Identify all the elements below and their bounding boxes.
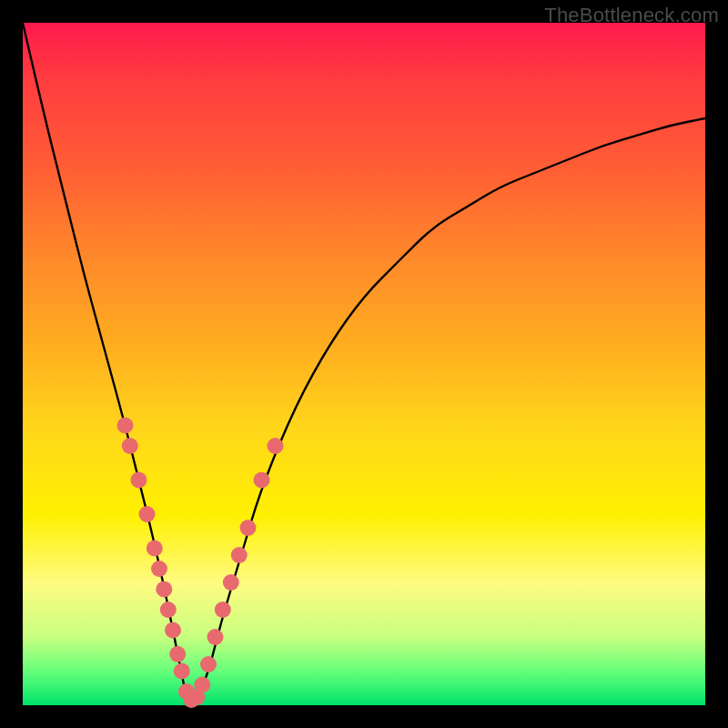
watermark-text: TheBottleneck.com	[544, 4, 719, 27]
curve-dot	[151, 561, 167, 577]
curve-dot	[122, 438, 138, 454]
curve-dot	[174, 663, 190, 680]
bottleneck-svg	[23, 23, 705, 705]
curve-dot	[117, 418, 134, 434]
curve-dot	[160, 602, 177, 618]
curve-dot	[231, 547, 248, 563]
curve-dot	[240, 520, 257, 536]
curve-dot	[223, 574, 239, 591]
curve-dot	[165, 622, 181, 639]
curve-dot	[131, 472, 147, 489]
curve-dot	[169, 646, 186, 662]
curve-dot	[254, 472, 270, 489]
curve-dot	[139, 506, 156, 522]
curve-dot	[200, 656, 217, 672]
curve-dot	[207, 629, 224, 645]
curve-dot	[268, 438, 284, 454]
curve-dots	[117, 418, 284, 709]
curve-dot	[147, 541, 163, 557]
curve-dot	[215, 602, 231, 618]
bottleneck-curve	[23, 23, 705, 701]
curve-dot	[156, 581, 172, 598]
chart-frame: TheBottleneck.com	[0, 0, 728, 728]
plot-area	[23, 23, 705, 705]
curve-dot	[194, 677, 210, 693]
